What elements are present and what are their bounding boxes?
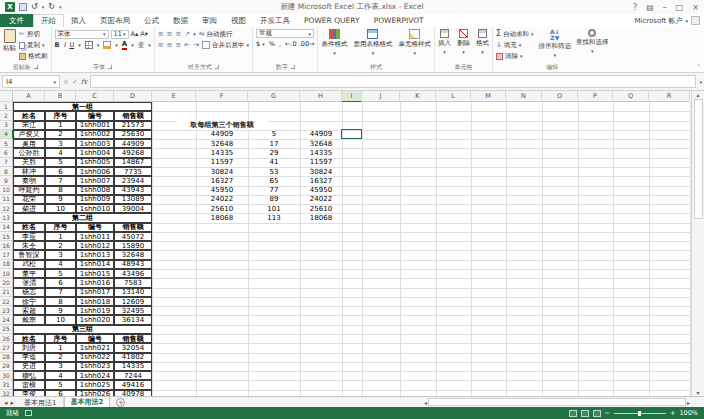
table-data-cell[interactable]: 8	[45, 186, 76, 195]
column-header-K[interactable]: K	[400, 91, 436, 102]
table-header-cell[interactable]: 序号	[45, 334, 76, 343]
result-cell[interactable]: 113	[248, 213, 300, 222]
table-data-cell[interactable]: 花荣	[13, 195, 45, 204]
row-header-7[interactable]: 7	[0, 158, 13, 167]
horizontal-scroll-thumb[interactable]	[428, 398, 686, 406]
result-cell[interactable]: 89	[248, 195, 300, 204]
column-header-A[interactable]: A	[13, 91, 45, 102]
row-header-12[interactable]: 12	[0, 204, 13, 213]
table-data-cell[interactable]: 14867	[114, 158, 152, 167]
help-button[interactable]: ?	[633, 3, 637, 12]
enter-icon[interactable]: ✓	[72, 78, 78, 86]
table-data-cell[interactable]: 1shh025	[76, 380, 114, 389]
table-data-cell[interactable]: 宋江	[13, 121, 45, 130]
formula-bar-expand-icon[interactable]: ▾	[699, 79, 702, 85]
table-data-cell[interactable]: 6	[45, 167, 76, 176]
cut-button[interactable]: ✂剪切	[19, 29, 48, 39]
row-header-3[interactable]: 3	[0, 121, 13, 130]
fill-button[interactable]: ⇓填充▾	[496, 40, 534, 50]
name-box[interactable]: I4▾	[2, 75, 60, 88]
row-header-13[interactable]: 13	[0, 213, 13, 222]
table-data-cell[interactable]: 10	[45, 315, 76, 324]
scroll-right-icon[interactable]: ▸	[687, 399, 690, 406]
table-data-cell[interactable]: 1shh010	[76, 204, 114, 213]
ribbon-tab-4[interactable]: 公式	[137, 14, 166, 27]
table-data-cell[interactable]: 41802	[114, 353, 152, 362]
table-data-cell[interactable]: 8	[45, 297, 76, 306]
result-cell[interactable]: 32648	[196, 139, 248, 148]
table-data-cell[interactable]: 21573	[114, 121, 152, 130]
font-color-icon[interactable]: A	[122, 41, 127, 50]
table-data-cell[interactable]: 1shh022	[76, 353, 114, 362]
column-header-G[interactable]: G	[248, 91, 300, 102]
zoom-in-button[interactable]: +	[670, 409, 675, 417]
row-header-1[interactable]: 1	[0, 102, 13, 111]
table-data-cell[interactable]: 12609	[114, 297, 152, 306]
table-data-cell[interactable]: 1shh023	[76, 362, 114, 371]
table-data-cell[interactable]: 穆弘	[13, 371, 45, 380]
row-header-16[interactable]: 16	[0, 241, 13, 250]
zoom-level[interactable]: 100%	[679, 409, 698, 417]
result-cell[interactable]: 16327	[196, 176, 248, 185]
row-header-28[interactable]: 28	[0, 353, 13, 362]
table-header-cell[interactable]: 销售额	[114, 334, 152, 343]
scroll-down-icon[interactable]: ▾	[696, 389, 699, 396]
table-data-cell[interactable]: 史进	[13, 362, 45, 371]
table-data-cell[interactable]: 1shh013	[76, 250, 114, 259]
ribbon-tab-2[interactable]: 插入	[64, 14, 93, 27]
formula-label-cell[interactable]: 取每组第三个销售额	[176, 121, 268, 130]
result-cell[interactable]: 18068	[300, 213, 342, 222]
row-header-25[interactable]: 25	[0, 325, 13, 334]
table-data-cell[interactable]: 张清	[13, 278, 45, 287]
row-header-4[interactable]: 4	[0, 130, 13, 139]
cell-styles-button[interactable]: 单元格样式▾	[398, 29, 431, 56]
column-header-F[interactable]: F	[196, 91, 248, 102]
table-header-cell[interactable]: 销售额	[114, 223, 152, 232]
font-dialog-launcher-icon[interactable]	[108, 65, 112, 69]
formula-input[interactable]	[90, 75, 696, 88]
table-header-cell[interactable]: 姓名	[13, 111, 45, 120]
ribbon-tab-1[interactable]: 开始	[33, 14, 64, 27]
result-cell[interactable]: 11597	[196, 158, 248, 167]
table-data-cell[interactable]: 4	[45, 260, 76, 269]
page-layout-view-icon[interactable]	[581, 410, 589, 417]
table-data-cell[interactable]: 13140	[114, 288, 152, 297]
wrap-text-button[interactable]: ⇋自动换行	[199, 29, 233, 39]
cancel-icon[interactable]: ×	[63, 78, 69, 86]
column-header-E[interactable]: E	[152, 91, 196, 102]
table-data-cell[interactable]: 9	[45, 306, 76, 315]
phonetic-guide-button[interactable]: 变	[138, 40, 145, 50]
table-data-cell[interactable]: 1shh005	[76, 158, 114, 167]
table-data-cell[interactable]: 杨志	[13, 288, 45, 297]
table-data-cell[interactable]: 1	[45, 121, 76, 130]
table-data-cell[interactable]: 吴用	[13, 139, 45, 148]
delete-cells-button[interactable]: 删除▾	[457, 29, 470, 55]
merge-center-button[interactable]: 合并后居中▾	[202, 40, 249, 50]
format-as-table-button[interactable]: 套用表格格式▾	[353, 29, 392, 56]
align-middle-icon[interactable]: ≡	[167, 31, 173, 38]
table-data-cell[interactable]: 李逵	[13, 353, 45, 362]
sort-filter-button[interactable]: A↓Z▼ 排序和筛选▾	[539, 29, 572, 58]
autosum-button[interactable]: Σ自动求和▾	[496, 29, 534, 39]
table-header-cell[interactable]: 销售额	[114, 111, 152, 120]
font-size-select[interactable]: 11▾	[111, 30, 129, 39]
table-data-cell[interactable]: 1shh018	[76, 297, 114, 306]
table-data-cell[interactable]: 1shh008	[76, 186, 114, 195]
row-header-2[interactable]: 2	[0, 111, 13, 120]
result-cell[interactable]: 29	[248, 148, 300, 157]
alignment-dialog-launcher-icon[interactable]	[215, 65, 219, 69]
group-title-cell[interactable]: 第三组	[13, 325, 152, 334]
underline-button[interactable]: U	[69, 40, 74, 50]
table-data-cell[interactable]: 公孙胜	[13, 148, 45, 157]
table-data-cell[interactable]: 柴进	[13, 204, 45, 213]
comma-style-button[interactable]: ,	[279, 39, 281, 49]
scroll-up-icon[interactable]: ▴	[696, 91, 699, 98]
table-header-cell[interactable]: 序号	[45, 111, 76, 120]
table-data-cell[interactable]: 32054	[114, 343, 152, 352]
table-data-cell[interactable]: 1shh012	[76, 241, 114, 250]
accounting-format-button[interactable]: $▾	[256, 39, 265, 49]
table-data-cell[interactable]: 董平	[13, 269, 45, 278]
table-data-cell[interactable]: 1shh006	[76, 167, 114, 176]
row-header-24[interactable]: 24	[0, 315, 13, 324]
table-data-cell[interactable]: 7735	[114, 167, 152, 176]
